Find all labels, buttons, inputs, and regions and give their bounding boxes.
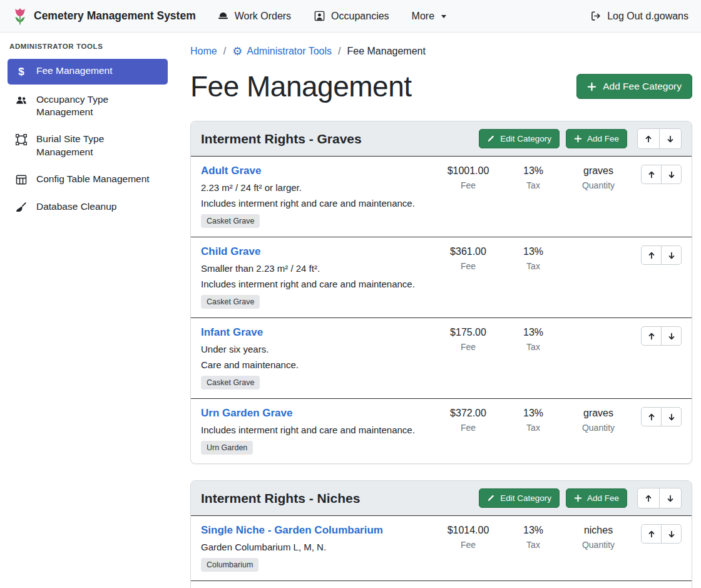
move-fee-up-button[interactable]	[641, 326, 662, 346]
tax-label: Tax	[526, 342, 540, 352]
fee-reorder-group	[641, 165, 682, 184]
move-fee-up-button[interactable]	[641, 524, 662, 544]
quantity-label: Quantity	[582, 180, 615, 190]
edit-category-button[interactable]: Edit Category	[479, 488, 560, 508]
breadcrumb-current: Fee Management	[347, 46, 426, 57]
fee-reorder-group	[641, 407, 682, 426]
move-fee-down-button[interactable]	[661, 245, 682, 265]
fee-amount-label: Fee	[461, 342, 476, 352]
breadcrumb-home-link[interactable]: Home	[190, 46, 217, 57]
tax-value: 13%	[523, 246, 543, 258]
fee-row: Child Grave Smaller than 2.23 m² / 24 ft…	[191, 237, 692, 317]
app-title: Cemetery Management System	[34, 9, 196, 23]
fee-type-badge: Urn Garden	[201, 441, 253, 455]
fee-description: Under six years.	[201, 344, 431, 354]
sidebar-item-fee-management[interactable]: $ Fee Management	[8, 59, 168, 85]
sidebar-item-label: Burial Site Type Management	[36, 133, 161, 158]
logout-icon	[590, 10, 601, 22]
pencil-icon	[487, 494, 495, 502]
move-category-up-button[interactable]	[637, 488, 660, 508]
move-fee-down-button[interactable]	[661, 524, 682, 544]
sidebar-item-occupancy-type[interactable]: Occupancy Type Management	[8, 88, 168, 124]
fee-row: Adult Grave 2.23 m² / 24 ft² or larger. …	[191, 156, 692, 237]
fee-info: Urn Garden Grave Includes interment righ…	[201, 407, 436, 455]
add-fee-button[interactable]: Add Fee	[566, 129, 627, 148]
sidebar-section-title: ADMINISTRATOR TOOLS	[9, 43, 168, 50]
tax-value: 13%	[523, 165, 543, 177]
fee-name-link[interactable]: Infant Grave	[201, 326, 263, 339]
tax-label: Tax	[526, 261, 540, 271]
category-reorder-group	[637, 128, 682, 149]
quantity-value: graves	[583, 165, 613, 177]
fee-info: Infant Grave Under six years. Care and m…	[201, 326, 436, 389]
fee-amount: $1014.00	[448, 525, 489, 537]
quantity-column: graves Quantity	[566, 407, 631, 433]
move-fee-down-button[interactable]	[661, 165, 682, 184]
quantity-column	[566, 326, 631, 339]
nav-more[interactable]: More	[412, 10, 448, 22]
fee-amount-label: Fee	[461, 540, 476, 550]
breadcrumb-admin-tools-link[interactable]: ⚙ Administrator Tools	[232, 46, 332, 57]
tulip-logo-icon	[13, 7, 28, 26]
vector-square-icon	[14, 133, 28, 146]
fee-row: Single Niche - Garden Columbarium Garden…	[191, 515, 692, 580]
breadcrumb-admin-tools-label: Administrator Tools	[247, 46, 332, 57]
fee-amount-label: Fee	[461, 180, 476, 190]
tax-value: 13%	[523, 327, 543, 339]
dollar-icon: $	[14, 65, 28, 79]
add-fee-category-label: Add Fee Category	[603, 81, 682, 92]
move-category-up-button[interactable]	[637, 128, 660, 149]
fee-info: Adult Grave 2.23 m² / 24 ft² or larger. …	[201, 165, 436, 228]
fee-name-link[interactable]: Adult Grave	[201, 165, 261, 177]
logout-label: Log Out d.gowans	[607, 11, 688, 22]
quantity-column	[566, 245, 631, 258]
breadcrumb: Home / ⚙ Administrator Tools / Fee Manag…	[190, 46, 692, 57]
tax-value: 13%	[523, 525, 543, 537]
move-fee-up-button[interactable]	[641, 245, 662, 265]
tax-column: 13% Tax	[501, 245, 566, 271]
move-fee-up-button[interactable]	[641, 407, 662, 426]
fee-info: Child Grave Smaller than 2.23 m² / 24 ft…	[201, 245, 436, 309]
quantity-value: niches	[584, 525, 613, 537]
nav-occupancies-label: Occupancies	[331, 11, 389, 22]
plus-icon	[574, 135, 582, 143]
nav-occupancies[interactable]: Occupancies	[314, 10, 389, 22]
tax-column: 13% Tax	[501, 407, 566, 433]
edit-category-button[interactable]: Edit Category	[479, 129, 560, 148]
fee-amount-label: Fee	[461, 423, 476, 433]
fee-amount: $361.00	[450, 246, 486, 258]
fee-name-link[interactable]: Urn Garden Grave	[201, 407, 292, 420]
sidebar-item-config-table[interactable]: Config Table Management	[8, 167, 168, 192]
move-category-down-button[interactable]	[659, 488, 682, 508]
hard-hat-icon	[217, 10, 229, 22]
pencil-icon	[487, 135, 495, 143]
fee-name-link[interactable]: Child Grave	[201, 245, 260, 258]
move-fee-down-button[interactable]	[661, 407, 682, 426]
fee-reorder-group	[641, 245, 682, 265]
category-header: Interment Rights - Graves Edit Category …	[191, 121, 692, 156]
fee-amount: $175.00	[450, 327, 486, 339]
page-header: Fee Management Add Fee Category	[190, 70, 692, 103]
app-brand[interactable]: Cemetery Management System	[13, 7, 196, 26]
sidebar-item-burial-site-type[interactable]: Burial Site Type Management	[8, 127, 168, 163]
tax-label: Tax	[526, 540, 540, 550]
fee-name-link[interactable]: Single Niche - Garden Columbarium	[201, 524, 383, 537]
fee-amount-label: Fee	[461, 261, 476, 271]
add-fee-button[interactable]: Add Fee	[566, 488, 627, 508]
move-fee-up-button[interactable]	[641, 165, 662, 184]
add-fee-category-button[interactable]: Add Fee Category	[576, 74, 692, 99]
nav-work-orders[interactable]: Work Orders	[217, 10, 291, 22]
chevron-down-icon	[440, 13, 448, 20]
users-icon	[14, 94, 28, 106]
fee-type-badge: Columbarium	[201, 558, 258, 572]
add-fee-label: Add Fee	[587, 493, 619, 503]
category-title: Interment Rights - Niches	[201, 491, 473, 506]
fee-description: 2.23 m² / 24 ft² or larger.	[201, 182, 431, 193]
logout-link[interactable]: Log Out d.gowans	[590, 10, 688, 22]
move-category-down-button[interactable]	[659, 128, 682, 149]
plus-icon	[574, 494, 582, 502]
fee-category-card-niches: Interment Rights - Niches Edit Category …	[190, 480, 692, 588]
move-fee-down-button[interactable]	[661, 326, 682, 346]
fee-reorder-group	[641, 524, 682, 544]
sidebar-item-database-cleanup[interactable]: Database Cleanup	[8, 195, 168, 219]
